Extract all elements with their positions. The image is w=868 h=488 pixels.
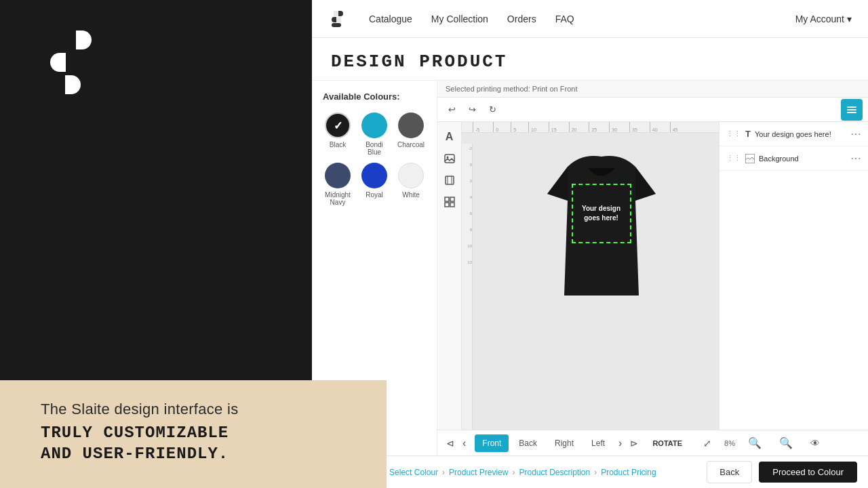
- colour-label-black: Black: [330, 141, 346, 148]
- text-tool[interactable]: A: [440, 127, 459, 146]
- breadcrumb-actions: Back Proceed to Colour: [707, 461, 857, 483]
- preview-button[interactable]: 👁: [803, 434, 827, 452]
- rotate-button[interactable]: ROTATE: [647, 439, 688, 447]
- tagline-box: The Slaite design interface is TRULY CUS…: [0, 380, 387, 488]
- layer-drag-icon-bg: ⋮⋮: [726, 154, 741, 163]
- layer-background-label: Background: [759, 155, 846, 163]
- tools-left: A: [437, 122, 462, 430]
- bc-sep-4: ›: [594, 468, 597, 477]
- bc-select-colour[interactable]: Select Colour: [389, 468, 438, 477]
- colour-swatch-charcoal: [398, 113, 424, 138]
- refresh-button[interactable]: ↻: [484, 101, 501, 119]
- fit-to-screen-button[interactable]: ⤢: [696, 434, 719, 452]
- zoom-in-button[interactable]: 🔍: [741, 434, 769, 452]
- svg-rect-20: [450, 197, 454, 201]
- layer-text-label: Your design goes here!: [755, 130, 846, 138]
- svg-rect-11: [847, 106, 856, 108]
- colour-label-bondi-blue: Bondi Blue: [359, 141, 389, 156]
- bc-product-description[interactable]: Product Description: [519, 468, 590, 477]
- layer-type-icon-text: T: [745, 129, 751, 139]
- bc-sep-3: ›: [512, 468, 515, 477]
- layer-background-options[interactable]: ⋯: [850, 152, 861, 165]
- bc-product-preview[interactable]: Product Preview: [449, 468, 508, 477]
- nav-links: Catalogue My Collection Orders FAQ: [369, 14, 774, 24]
- bc-sep-2: ›: [442, 468, 445, 477]
- layer-text-options[interactable]: ⋯: [850, 127, 861, 140]
- bc-product-pricing[interactable]: Product Pricing: [601, 468, 656, 477]
- view-right-button[interactable]: Right: [547, 434, 581, 452]
- grid-tool[interactable]: [440, 192, 459, 211]
- redo-button[interactable]: ↪: [463, 101, 481, 119]
- colour-swatch-midnight-navy: [325, 163, 351, 188]
- colour-label-royal: Royal: [366, 191, 383, 199]
- nav-orders[interactable]: Orders: [507, 14, 536, 24]
- svg-rect-19: [445, 197, 449, 201]
- svg-rect-10: [332, 23, 341, 27]
- nav-arrows-right: › ⊳: [615, 434, 642, 452]
- layer-drag-icon: ⋮⋮: [726, 129, 741, 138]
- svg-rect-9: [336, 17, 341, 22]
- svg-rect-3: [66, 53, 81, 72]
- nav-faq[interactable]: FAQ: [555, 14, 574, 24]
- layer-background[interactable]: ⋮⋮ Background ⋯: [719, 146, 868, 171]
- resize-tool[interactable]: [440, 171, 459, 190]
- app-panel: Catalogue My Collection Orders FAQ My Ac…: [312, 0, 868, 488]
- nav-logo: [328, 9, 347, 28]
- colour-swatch-royal: [361, 163, 387, 188]
- zoom-out-button[interactable]: 🔍: [772, 434, 800, 452]
- colour-midnight-navy[interactable]: Midnight Navy: [323, 163, 353, 206]
- colour-white[interactable]: White: [396, 163, 426, 206]
- back-button[interactable]: Back: [707, 461, 752, 483]
- layer-type-icon-image: [745, 154, 755, 163]
- colour-swatch-white: [398, 163, 424, 188]
- layer-text[interactable]: ⋮⋮ T Your design goes here! ⋯: [719, 122, 868, 146]
- colour-royal[interactable]: Royal: [359, 163, 389, 206]
- left-panel: The Slaite design interface is TRULY CUS…: [0, 0, 312, 488]
- canvas-area: Selected printing method: Print on Front…: [437, 81, 868, 455]
- layers-toggle-button[interactable]: [841, 99, 863, 121]
- undo-button[interactable]: ↩: [443, 101, 460, 119]
- nav-next-button[interactable]: ›: [615, 434, 625, 452]
- colours-title: Available Colours:: [323, 92, 426, 102]
- nav-first-button[interactable]: ⊲: [443, 434, 458, 452]
- colour-grid: ✓ Black Bondi Blue Charcoal Midnight Nav…: [323, 113, 426, 206]
- nav-prev-button[interactable]: ‹: [459, 434, 469, 452]
- zoom-controls: ⤢ 8% 🔍 🔍 👁: [696, 434, 827, 452]
- layers-panel: ⋮⋮ T Your design goes here! ⋯ ⋮⋮ Backgro…: [719, 122, 868, 430]
- image-tool[interactable]: [440, 149, 459, 168]
- svg-rect-13: [847, 112, 856, 113]
- colour-bondi-blue[interactable]: Bondi Blue: [359, 113, 389, 156]
- colour-swatch-bondi-blue: [361, 113, 387, 138]
- nav-my-collection[interactable]: My Collection: [431, 14, 488, 24]
- canvas-content[interactable]: -2 0 2 4 6 8 10 12: [462, 133, 719, 430]
- nav-account[interactable]: My Account ▾: [795, 14, 852, 24]
- nav-catalogue[interactable]: Catalogue: [369, 14, 412, 24]
- view-front-button[interactable]: Front: [475, 434, 509, 452]
- tagline-line2: TRULY CUSTOMIZABLEAND USER-FRIENDLY.: [41, 422, 363, 464]
- svg-rect-7: [334, 11, 338, 16]
- colour-label-midnight-navy: Midnight Navy: [323, 191, 353, 206]
- svg-rect-21: [445, 203, 449, 207]
- tshirt-preview: Your design goes here!: [534, 146, 669, 305]
- view-back-button[interactable]: Back: [511, 434, 545, 452]
- ruler-left: -2 0 2 4 6 8 10 12: [462, 144, 473, 430]
- svg-rect-5: [50, 75, 65, 94]
- breadcrumb-bar: Design Product › Select Colour › Product…: [312, 455, 868, 488]
- page-title: DESIGN PRODUCT: [331, 52, 849, 72]
- colour-charcoal[interactable]: Charcoal: [396, 113, 426, 156]
- nav-arrows: ⊲ ‹: [443, 434, 469, 452]
- proceed-button[interactable]: Proceed to Colour: [759, 462, 857, 483]
- svg-rect-14: [445, 155, 454, 163]
- canvas-wrapper: -5 0 5 10 15 20 25 30 35 40 45: [462, 122, 719, 430]
- view-left-button[interactable]: Left: [584, 434, 612, 452]
- nav-last-button[interactable]: ⊳: [627, 434, 642, 452]
- colour-swatch-black: ✓: [325, 113, 351, 138]
- canvas-toolbar: ↩ ↪ ↻: [437, 98, 868, 122]
- colour-black[interactable]: ✓ Black: [323, 113, 353, 156]
- editor-container: ↩ ↪ ↻ A: [437, 98, 868, 430]
- colour-label-charcoal: Charcoal: [397, 141, 425, 148]
- main-content: Available Colours: ✓ Black Bondi Blue Ch…: [312, 81, 868, 455]
- printing-method: Selected printing method: Print on Front: [437, 81, 868, 98]
- page-header: DESIGN PRODUCT: [312, 38, 868, 81]
- tagline-line1: The Slaite design interface is: [41, 401, 363, 418]
